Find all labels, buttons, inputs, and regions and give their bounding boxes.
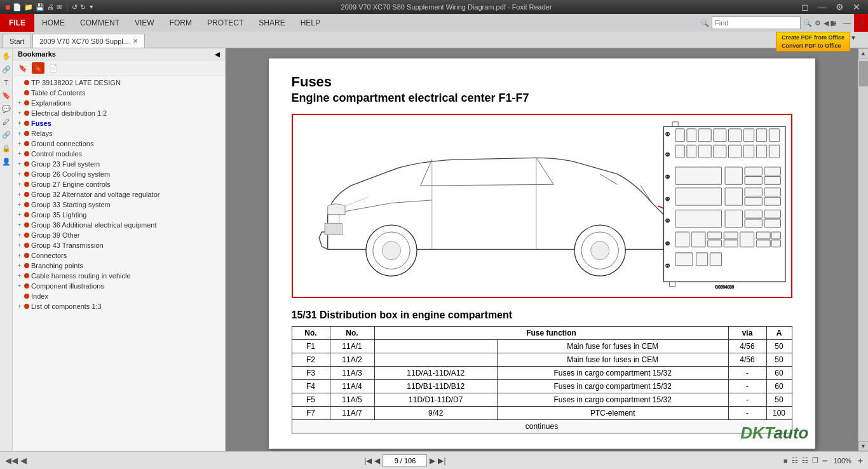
panel-icon-text[interactable]: T bbox=[4, 79, 8, 86]
bm-toc[interactable]: Table of Contents bbox=[13, 88, 225, 98]
tab-help[interactable]: HELP bbox=[293, 14, 328, 32]
page-input[interactable] bbox=[383, 454, 427, 467]
view-icon-3[interactable]: ☷ bbox=[802, 456, 808, 465]
bm-g32[interactable]: + Group 32 Alternator and voltage regula… bbox=[13, 189, 225, 200]
bm-ground[interactable]: + Ground connections bbox=[13, 139, 225, 149]
panel-icon-comment[interactable]: 💬 bbox=[2, 105, 11, 113]
tab-start[interactable]: Start bbox=[3, 34, 31, 48]
qa-email[interactable]: ✉ bbox=[57, 3, 62, 11]
expand-ground[interactable]: + bbox=[18, 140, 24, 147]
panel-icon-link[interactable]: 🔗 bbox=[2, 131, 11, 139]
bm-control[interactable]: + Control modules bbox=[13, 149, 225, 159]
tab-dropdown[interactable]: ▼ bbox=[850, 34, 857, 41]
view-icon-4[interactable]: ❐ bbox=[812, 456, 818, 465]
nav-prev[interactable]: ◀ bbox=[374, 456, 380, 465]
tab-share[interactable]: SHARE bbox=[251, 14, 292, 32]
bm-g23[interactable]: + Group 23 Fuel system bbox=[13, 159, 225, 169]
expand-explanations[interactable]: + bbox=[18, 100, 24, 106]
tab-close-btn[interactable]: ✕ bbox=[133, 37, 138, 44]
panel-icon-bookmark[interactable]: 🔖 bbox=[2, 92, 11, 100]
tab-home[interactable]: HOME bbox=[34, 14, 72, 32]
panel-icon-select[interactable]: 🔗 bbox=[2, 65, 11, 74]
bm-fuses[interactable]: + Fuses bbox=[13, 118, 225, 128]
win-minimize2[interactable]: ― bbox=[840, 14, 854, 32]
status-icon-1[interactable]: ◀◀ bbox=[5, 456, 18, 465]
bm-g39[interactable]: + Group 39 Other bbox=[13, 230, 225, 240]
bm-branching[interactable]: + Branching points bbox=[13, 261, 225, 271]
qa-undo[interactable]: ↺ bbox=[72, 3, 78, 11]
qa-open[interactable]: 📁 bbox=[24, 3, 33, 11]
expand-g27[interactable]: + bbox=[18, 181, 24, 187]
qa-print[interactable]: 🖨 bbox=[47, 3, 54, 11]
close-btn[interactable]: ✕ bbox=[850, 2, 863, 12]
bm-index[interactable]: Index bbox=[13, 291, 225, 301]
panel-icon-user[interactable]: 👤 bbox=[2, 158, 11, 166]
tab-document[interactable]: 2009 V70 XC70 S80 Suppl... ✕ bbox=[32, 34, 145, 48]
qa-new[interactable]: 📄 bbox=[13, 3, 22, 11]
right-scrollbar[interactable]: ▲ ▼ bbox=[858, 48, 868, 451]
bm-cable[interactable]: + Cable harness routing in vehicle bbox=[13, 271, 225, 281]
scroll-up-btn[interactable]: ▲ bbox=[858, 48, 869, 58]
bm-connectors[interactable]: + Connectors bbox=[13, 250, 225, 261]
sidebar-collapse[interactable]: ◀ bbox=[215, 51, 220, 58]
expand-component[interactable]: + bbox=[18, 283, 24, 289]
bm-relays[interactable]: + Relays bbox=[13, 128, 225, 139]
scroll-thumb[interactable] bbox=[859, 61, 868, 86]
settings-btn[interactable]: ⚙ bbox=[833, 2, 846, 12]
bm-g43[interactable]: + Group 43 Transmission bbox=[13, 240, 225, 250]
bm-tool-1[interactable]: 🔖 bbox=[17, 62, 29, 74]
bm-eldist[interactable]: + Electrical distribution 1:2 bbox=[13, 108, 225, 118]
qa-save[interactable]: 💾 bbox=[36, 3, 44, 11]
bm-listcomp[interactable]: + List of components 1:3 bbox=[13, 301, 225, 311]
expand-control[interactable]: + bbox=[18, 151, 24, 157]
qa-redo[interactable]: ↻ bbox=[80, 3, 86, 11]
expand-branching[interactable]: + bbox=[18, 262, 24, 269]
bm-component[interactable]: + Component illustrations bbox=[13, 281, 225, 291]
expand-g35[interactable]: + bbox=[18, 212, 24, 218]
search-input[interactable] bbox=[712, 17, 801, 29]
status-icon-2[interactable]: ◀ bbox=[20, 456, 27, 465]
expand-g36[interactable]: + bbox=[18, 222, 24, 228]
tab-comment[interactable]: COMMENT bbox=[72, 14, 127, 32]
expand-fuses[interactable]: + bbox=[18, 120, 24, 126]
panel-icon-hand[interactable]: ✋ bbox=[2, 52, 11, 60]
bm-tool-2[interactable]: 🔖 bbox=[32, 62, 44, 74]
settings-icon[interactable]: ⚙ bbox=[815, 19, 821, 27]
nav-first[interactable]: |◀ bbox=[364, 456, 372, 465]
restore-btn[interactable]: ◻ bbox=[799, 2, 811, 12]
tab-protect[interactable]: PROTECT bbox=[200, 14, 251, 32]
expand-relays[interactable]: + bbox=[18, 130, 24, 137]
minimize-btn[interactable]: ― bbox=[815, 2, 829, 12]
tab-file[interactable]: FILE bbox=[0, 14, 34, 32]
pdf-area[interactable]: Fuses Engine compartment electrical cent… bbox=[226, 48, 858, 451]
expand-eldist[interactable]: + bbox=[18, 110, 24, 116]
expand-connectors[interactable]: + bbox=[18, 252, 24, 259]
nav-next[interactable]: ▶ bbox=[430, 456, 435, 465]
bm-tool-3[interactable]: 📄 bbox=[47, 62, 60, 74]
view-icon-2[interactable]: ☷ bbox=[792, 456, 798, 465]
expand-listcomp[interactable]: + bbox=[18, 303, 24, 309]
expand-g39[interactable]: + bbox=[18, 232, 24, 238]
win-close2[interactable]: ✕ bbox=[854, 14, 868, 32]
bm-g26[interactable]: + Group 26 Cooling system bbox=[13, 169, 225, 179]
bm-g35[interactable]: + Group 35 Lighting bbox=[13, 210, 225, 220]
expand-g33[interactable]: + bbox=[18, 201, 24, 208]
expand-g23[interactable]: + bbox=[18, 161, 24, 167]
expand-g32[interactable]: + bbox=[18, 191, 24, 198]
search-submit[interactable]: 🔍 bbox=[803, 19, 812, 27]
bm-tp[interactable]: TP 39138202 LATE DESIGN bbox=[13, 78, 225, 88]
qa-dropdown[interactable]: ▼ bbox=[88, 4, 94, 10]
scroll-down-btn[interactable]: ▼ bbox=[858, 441, 869, 451]
expand-g43[interactable]: + bbox=[18, 242, 24, 248]
bm-explanations[interactable]: + Explanations bbox=[13, 98, 225, 108]
zoom-out[interactable]: − bbox=[822, 456, 827, 466]
bm-g33[interactable]: + Group 33 Starting system bbox=[13, 200, 225, 210]
view-icon-1[interactable]: ■ bbox=[783, 457, 788, 465]
tab-view[interactable]: VIEW bbox=[127, 14, 162, 32]
tab-form[interactable]: FORM bbox=[162, 14, 200, 32]
bm-g36[interactable]: + Group 36 Additional electrical equipme… bbox=[13, 220, 225, 230]
win-restore2[interactable]: ◻ bbox=[826, 14, 840, 32]
nav-last[interactable]: ▶| bbox=[438, 456, 445, 465]
bm-g27[interactable]: + Group 27 Engine controls bbox=[13, 179, 225, 189]
zoom-in[interactable]: + bbox=[858, 456, 863, 466]
